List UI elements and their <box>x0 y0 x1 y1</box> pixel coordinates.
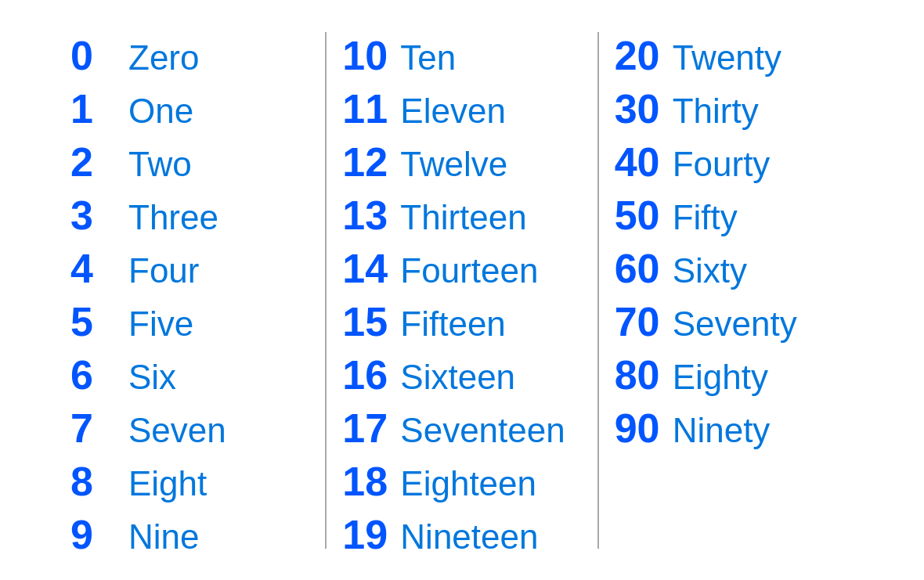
number-item: 17Seventeen <box>342 405 581 452</box>
number-item: 60Sixty <box>615 245 854 292</box>
number-item: 90Ninety <box>615 405 854 452</box>
number-item: 5Five <box>70 298 309 345</box>
number-digit: 30 <box>615 85 662 132</box>
number-word: Seventeen <box>400 411 565 450</box>
number-item: 50Fifty <box>615 192 854 239</box>
number-digit: 8 <box>70 458 117 505</box>
number-word: Four <box>128 251 199 290</box>
number-digit: 1 <box>70 85 117 132</box>
number-digit: 12 <box>342 139 389 186</box>
number-word: Thirty <box>673 92 759 131</box>
number-word: Twelve <box>400 145 507 184</box>
number-word: Eighteen <box>400 464 536 503</box>
number-digit: 20 <box>615 32 662 79</box>
number-word: Two <box>128 145 192 184</box>
number-digit: 4 <box>70 245 117 292</box>
number-word: Nine <box>128 517 200 557</box>
number-digit: 18 <box>342 458 389 505</box>
number-item: 20Twenty <box>615 32 854 79</box>
number-item: 40Fourty <box>615 139 854 186</box>
number-word: Three <box>128 198 218 237</box>
number-item: 18Eighteen <box>342 458 581 505</box>
number-item: 80Eighty <box>615 351 854 398</box>
number-digit: 16 <box>342 351 389 398</box>
number-digit: 40 <box>615 139 662 186</box>
number-digit: 14 <box>342 245 389 292</box>
number-digit: 0 <box>70 32 117 79</box>
column-2: 20Twenty30Thirty40Fourty50Fifty60Sixty70… <box>599 32 869 549</box>
number-word: Fifty <box>673 198 738 237</box>
number-word: Eleven <box>400 92 506 131</box>
number-digit: 5 <box>70 298 117 345</box>
number-digit: 7 <box>70 405 117 452</box>
number-item: 6Six <box>70 351 309 398</box>
number-item: 12Twelve <box>342 139 581 186</box>
number-word: Sixteen <box>400 358 515 397</box>
number-digit: 80 <box>615 351 662 398</box>
number-word: Twenty <box>673 38 781 77</box>
number-digit: 60 <box>615 245 662 292</box>
number-word: Seven <box>128 411 226 450</box>
number-item: 19Nineteen <box>342 511 581 558</box>
number-digit: 9 <box>70 511 117 558</box>
number-item: 10Ten <box>342 32 581 79</box>
main-container: 0Zero1One2Two3Three4Four5Five6Six7Seven8… <box>31 16 893 564</box>
number-item: 9Nine <box>70 511 309 558</box>
number-item: 2Two <box>70 139 309 186</box>
number-item: 70Seventy <box>615 298 854 345</box>
number-word: Ten <box>400 38 456 77</box>
number-word: Five <box>128 304 193 344</box>
number-word: Eight <box>128 464 207 503</box>
number-word: Eighty <box>673 358 768 397</box>
number-digit: 2 <box>70 139 117 186</box>
number-word: Ninety <box>673 411 771 450</box>
number-word: Fifteen <box>400 304 506 344</box>
number-digit: 11 <box>342 85 389 132</box>
column-1: 10Ten11Eleven12Twelve13Thirteen14Fourtee… <box>327 32 598 549</box>
number-item: 16Sixteen <box>342 351 581 398</box>
number-item: 4Four <box>70 245 309 292</box>
number-digit: 17 <box>342 405 389 452</box>
number-digit: 50 <box>615 192 662 239</box>
number-digit: 13 <box>342 192 389 239</box>
number-digit: 19 <box>342 511 389 558</box>
number-word: Zero <box>128 38 199 77</box>
number-item: 1One <box>70 85 309 132</box>
number-word: Fourty <box>673 145 771 184</box>
number-word: Fourteen <box>400 251 538 290</box>
number-item: 7Seven <box>70 405 309 452</box>
number-digit: 3 <box>70 192 117 239</box>
number-item: 11Eleven <box>342 85 581 132</box>
number-item: 0Zero <box>70 32 309 79</box>
number-item: 14Fourteen <box>342 245 581 292</box>
number-digit: 15 <box>342 298 389 345</box>
number-digit: 70 <box>615 298 662 345</box>
number-digit: 6 <box>70 351 117 398</box>
number-item: 8Eight <box>70 458 309 505</box>
number-item: 13Thirteen <box>342 192 581 239</box>
number-word: Sixty <box>673 251 747 290</box>
number-item: 3Three <box>70 192 309 239</box>
number-word: Nineteen <box>400 517 538 557</box>
number-item: 15Fifteen <box>342 298 581 345</box>
number-digit: 10 <box>342 32 389 79</box>
number-item: 30Thirty <box>615 85 854 132</box>
number-word: One <box>128 92 193 131</box>
number-word: Six <box>128 358 176 397</box>
number-word: Seventy <box>673 304 797 344</box>
number-word: Thirteen <box>400 198 526 237</box>
number-digit: 90 <box>615 405 662 452</box>
column-0: 0Zero1One2Two3Three4Four5Five6Six7Seven8… <box>55 32 327 549</box>
